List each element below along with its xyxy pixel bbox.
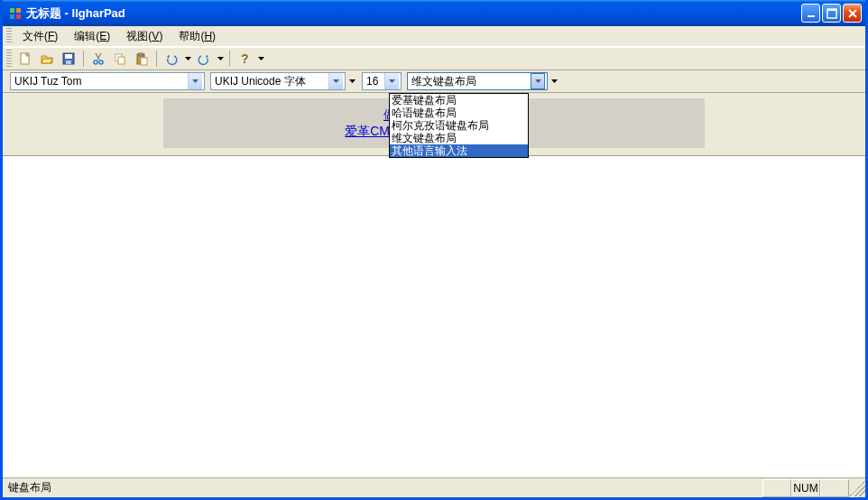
- app-window: 无标题 - IlgharPad 文件(F) 编辑(E) 视图(V) 帮助(H): [0, 0, 868, 500]
- toolbar-separator: [229, 51, 230, 67]
- close-button[interactable]: [843, 4, 862, 23]
- title-bar: 无标题 - IlgharPad: [3, 0, 865, 26]
- menu-edit[interactable]: 编辑(E): [67, 27, 117, 46]
- toolbar-separator: [83, 51, 84, 67]
- svg-point-11: [94, 60, 97, 64]
- undo-dropdown[interactable]: [183, 49, 192, 69]
- svg-rect-4: [808, 15, 815, 17]
- encoding-dropdown-button[interactable]: [328, 73, 343, 89]
- copy-button[interactable]: [110, 49, 130, 69]
- cut-button[interactable]: [88, 49, 108, 69]
- svg-rect-0: [10, 8, 14, 13]
- help-dropdown[interactable]: [256, 49, 265, 69]
- help-button[interactable]: ?: [235, 49, 254, 69]
- font-input[interactable]: [11, 73, 188, 89]
- menu-view[interactable]: 视图(V): [119, 27, 170, 46]
- size-combo[interactable]: [362, 72, 402, 90]
- new-button[interactable]: [15, 49, 35, 69]
- font-combo[interactable]: [10, 72, 205, 90]
- keyboard-option[interactable]: 其他语言输入法: [390, 144, 528, 157]
- format-bar: [3, 70, 865, 93]
- menu-grip: [6, 28, 12, 44]
- menu-bar: 文件(F) 编辑(E) 视图(V) 帮助(H): [3, 26, 865, 47]
- svg-text:?: ?: [241, 51, 249, 66]
- keyboard-option[interactable]: 爱基键盘布局: [390, 94, 528, 106]
- status-main: 键盘布局: [3, 479, 762, 497]
- size-input[interactable]: [363, 73, 384, 89]
- window-controls: [801, 4, 862, 23]
- svg-rect-17: [141, 58, 147, 65]
- keyboard-overflow[interactable]: [549, 79, 559, 83]
- undo-button[interactable]: [162, 49, 181, 69]
- menu-help[interactable]: 帮助(H): [171, 27, 223, 46]
- encoding-overflow[interactable]: [347, 79, 356, 83]
- svg-rect-6: [827, 9, 836, 11]
- svg-point-12: [99, 60, 103, 64]
- editor-area[interactable]: [3, 156, 865, 477]
- paste-button[interactable]: [132, 49, 152, 69]
- svg-rect-10: [66, 60, 71, 64]
- status-blank-2: [820, 479, 849, 497]
- keyboard-option[interactable]: 维文键盘布局: [390, 132, 528, 144]
- size-dropdown-button[interactable]: [384, 73, 399, 89]
- keyboard-input[interactable]: [408, 73, 531, 89]
- save-button[interactable]: [59, 49, 78, 69]
- keyboard-dropdown-button[interactable]: [531, 73, 545, 89]
- menu-file[interactable]: 文件(F): [15, 27, 65, 46]
- status-blank-1: [762, 479, 791, 497]
- keyboard-dropdown-list[interactable]: 爱基键盘布局哈语键盘布局柯尔克孜语键盘布局维文键盘布局其他语言输入法: [389, 93, 529, 158]
- redo-dropdown[interactable]: [216, 49, 225, 69]
- svg-rect-2: [10, 14, 14, 19]
- svg-rect-3: [16, 14, 21, 19]
- status-num: NUM: [791, 479, 820, 497]
- keyboard-combo[interactable]: [407, 72, 548, 90]
- svg-rect-14: [118, 57, 125, 64]
- app-icon: [8, 6, 23, 21]
- svg-rect-16: [139, 53, 143, 56]
- svg-rect-9: [65, 54, 72, 59]
- open-button[interactable]: [37, 49, 57, 69]
- keyboard-option[interactable]: 柯尔克孜语键盘布局: [390, 119, 528, 132]
- redo-button[interactable]: [194, 49, 214, 69]
- resize-grip[interactable]: [849, 480, 865, 496]
- toolbar: ?: [3, 47, 865, 70]
- status-bar: 键盘布局 NUM: [3, 477, 865, 497]
- toolbar-grip: [6, 50, 12, 68]
- maximize-button[interactable]: [822, 4, 841, 23]
- keyboard-option[interactable]: 哈语键盘布局: [390, 106, 528, 119]
- svg-rect-1: [16, 8, 21, 13]
- encoding-combo[interactable]: [210, 72, 346, 90]
- encoding-input[interactable]: [211, 73, 328, 89]
- font-dropdown-button[interactable]: [188, 73, 202, 89]
- minimize-button[interactable]: [801, 4, 820, 23]
- toolbar-separator: [156, 51, 157, 67]
- window-title: 无标题 - IlgharPad: [26, 5, 801, 22]
